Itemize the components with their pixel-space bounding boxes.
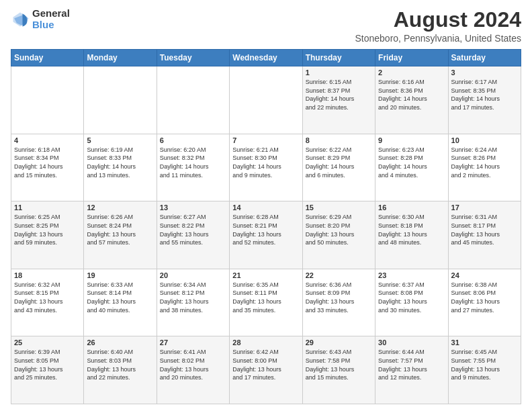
day-number: 8 [306, 136, 372, 144]
logo-text: General Blue [32, 8, 70, 30]
day-number: 13 [160, 203, 226, 212]
calendar-table: SundayMondayTuesdayWednesdayThursdayFrid… [11, 49, 521, 404]
day-info: Sunrise: 6:33 AMSunset: 8:14 PMDaylight:… [87, 281, 153, 314]
calendar-cell: 14Sunrise: 6:28 AMSunset: 8:21 PMDayligh… [230, 201, 302, 269]
calendar-cell: 17Sunrise: 6:31 AMSunset: 8:17 PMDayligh… [448, 201, 521, 269]
calendar-week-row: 11Sunrise: 6:25 AMSunset: 8:25 PMDayligh… [11, 201, 521, 269]
logo-icon [11, 10, 30, 29]
calendar-cell: 8Sunrise: 6:22 AMSunset: 8:29 PMDaylight… [302, 134, 375, 201]
day-number: 28 [232, 338, 299, 347]
day-info: Sunrise: 6:27 AMSunset: 8:22 PMDaylight:… [160, 213, 226, 246]
calendar-week-row: 4Sunrise: 6:18 AMSunset: 8:34 PMDaylight… [11, 134, 521, 201]
day-info: Sunrise: 6:29 AMSunset: 8:20 PMDaylight:… [306, 213, 372, 246]
day-info: Sunrise: 6:37 AMSunset: 8:08 PMDaylight:… [378, 281, 445, 314]
calendar-cell: 6Sunrise: 6:20 AMSunset: 8:32 PMDaylight… [157, 134, 229, 201]
main-title: August 2024 [355, 8, 522, 32]
logo: General Blue [11, 8, 70, 30]
calendar-week-row: 1Sunrise: 6:15 AMSunset: 8:37 PMDaylight… [11, 66, 521, 134]
day-info: Sunrise: 6:31 AMSunset: 8:17 PMDaylight:… [451, 213, 518, 246]
day-number: 25 [14, 338, 81, 347]
day-number: 15 [306, 203, 372, 212]
day-number: 23 [378, 271, 445, 279]
calendar-cell: 30Sunrise: 6:44 AMSunset: 7:57 PMDayligh… [375, 336, 448, 404]
day-info: Sunrise: 6:23 AMSunset: 8:28 PMDaylight:… [378, 146, 445, 179]
day-info: Sunrise: 6:15 AMSunset: 8:37 PMDaylight:… [306, 78, 372, 111]
day-info: Sunrise: 6:16 AMSunset: 8:36 PMDaylight:… [378, 78, 445, 111]
day-info: Sunrise: 6:45 AMSunset: 7:55 PMDaylight:… [451, 348, 518, 381]
day-info: Sunrise: 6:43 AMSunset: 7:58 PMDaylight:… [306, 348, 372, 381]
day-number: 6 [160, 136, 226, 144]
day-info: Sunrise: 6:28 AMSunset: 8:21 PMDaylight:… [232, 213, 299, 246]
calendar-cell: 12Sunrise: 6:26 AMSunset: 8:24 PMDayligh… [84, 201, 157, 269]
day-info: Sunrise: 6:26 AMSunset: 8:24 PMDaylight:… [87, 213, 153, 246]
day-number: 31 [451, 338, 518, 347]
day-info: Sunrise: 6:41 AMSunset: 8:02 PMDaylight:… [160, 348, 226, 381]
day-number: 3 [451, 68, 518, 77]
day-info: Sunrise: 6:40 AMSunset: 8:03 PMDaylight:… [87, 348, 153, 381]
day-info: Sunrise: 6:42 AMSunset: 8:00 PMDaylight:… [232, 348, 299, 381]
calendar-header-saturday: Saturday [448, 50, 521, 66]
day-number: 18 [14, 271, 81, 279]
calendar-cell: 16Sunrise: 6:30 AMSunset: 8:18 PMDayligh… [375, 201, 448, 269]
calendar-cell: 19Sunrise: 6:33 AMSunset: 8:14 PMDayligh… [84, 269, 157, 336]
calendar-header-tuesday: Tuesday [157, 50, 229, 66]
day-number: 2 [378, 68, 445, 77]
day-number: 10 [451, 136, 518, 144]
day-info: Sunrise: 6:18 AMSunset: 8:34 PMDaylight:… [14, 146, 81, 179]
calendar-week-row: 18Sunrise: 6:32 AMSunset: 8:15 PMDayligh… [11, 269, 521, 336]
calendar-cell: 20Sunrise: 6:34 AMSunset: 8:12 PMDayligh… [157, 269, 229, 336]
calendar-cell [157, 66, 229, 134]
header: General Blue August 2024 Stoneboro, Penn… [11, 8, 521, 44]
calendar-cell: 10Sunrise: 6:24 AMSunset: 8:26 PMDayligh… [448, 134, 521, 201]
calendar-cell: 3Sunrise: 6:17 AMSunset: 8:35 PMDaylight… [448, 66, 521, 134]
calendar-cell: 13Sunrise: 6:27 AMSunset: 8:22 PMDayligh… [157, 201, 229, 269]
calendar-header-wednesday: Wednesday [230, 50, 302, 66]
calendar-cell [230, 66, 302, 134]
day-number: 30 [378, 338, 445, 347]
day-info: Sunrise: 6:32 AMSunset: 8:15 PMDaylight:… [14, 281, 81, 314]
calendar-cell: 18Sunrise: 6:32 AMSunset: 8:15 PMDayligh… [11, 269, 84, 336]
calendar-cell: 26Sunrise: 6:40 AMSunset: 8:03 PMDayligh… [84, 336, 157, 404]
day-info: Sunrise: 6:25 AMSunset: 8:25 PMDaylight:… [14, 213, 81, 246]
calendar-header-sunday: Sunday [11, 50, 84, 66]
page: General Blue August 2024 Stoneboro, Penn… [0, 0, 532, 411]
calendar-cell: 2Sunrise: 6:16 AMSunset: 8:36 PMDaylight… [375, 66, 448, 134]
calendar-cell [84, 66, 157, 134]
calendar-cell: 5Sunrise: 6:19 AMSunset: 8:33 PMDaylight… [84, 134, 157, 201]
day-info: Sunrise: 6:30 AMSunset: 8:18 PMDaylight:… [378, 213, 445, 246]
day-number: 27 [160, 338, 226, 347]
calendar-header-thursday: Thursday [302, 50, 375, 66]
title-area: August 2024 Stoneboro, Pennsylvania, Uni… [355, 8, 522, 44]
day-number: 14 [232, 203, 299, 212]
day-info: Sunrise: 6:24 AMSunset: 8:26 PMDaylight:… [451, 146, 518, 179]
calendar-header-row: SundayMondayTuesdayWednesdayThursdayFrid… [11, 50, 521, 66]
calendar-cell: 4Sunrise: 6:18 AMSunset: 8:34 PMDaylight… [11, 134, 84, 201]
day-info: Sunrise: 6:19 AMSunset: 8:33 PMDaylight:… [87, 146, 153, 179]
day-number: 1 [306, 68, 372, 77]
day-number: 22 [306, 271, 372, 279]
calendar-cell: 9Sunrise: 6:23 AMSunset: 8:28 PMDaylight… [375, 134, 448, 201]
calendar-cell: 15Sunrise: 6:29 AMSunset: 8:20 PMDayligh… [302, 201, 375, 269]
calendar-cell: 7Sunrise: 6:21 AMSunset: 8:30 PMDaylight… [230, 134, 302, 201]
day-number: 24 [451, 271, 518, 279]
day-info: Sunrise: 6:21 AMSunset: 8:30 PMDaylight:… [232, 146, 299, 179]
day-number: 26 [87, 338, 153, 347]
calendar-cell: 25Sunrise: 6:39 AMSunset: 8:05 PMDayligh… [11, 336, 84, 404]
day-info: Sunrise: 6:44 AMSunset: 7:57 PMDaylight:… [378, 348, 445, 381]
day-number: 20 [160, 271, 226, 279]
calendar-cell: 24Sunrise: 6:38 AMSunset: 8:06 PMDayligh… [448, 269, 521, 336]
calendar-header-monday: Monday [84, 50, 157, 66]
day-info: Sunrise: 6:38 AMSunset: 8:06 PMDaylight:… [451, 281, 518, 314]
calendar-cell: 1Sunrise: 6:15 AMSunset: 8:37 PMDaylight… [302, 66, 375, 134]
day-number: 9 [378, 136, 445, 144]
subtitle: Stoneboro, Pennsylvania, United States [355, 33, 522, 44]
calendar-cell: 28Sunrise: 6:42 AMSunset: 8:00 PMDayligh… [230, 336, 302, 404]
calendar-cell: 31Sunrise: 6:45 AMSunset: 7:55 PMDayligh… [448, 336, 521, 404]
calendar-cell: 11Sunrise: 6:25 AMSunset: 8:25 PMDayligh… [11, 201, 84, 269]
calendar-cell: 23Sunrise: 6:37 AMSunset: 8:08 PMDayligh… [375, 269, 448, 336]
calendar-cell [11, 66, 84, 134]
calendar-cell: 21Sunrise: 6:35 AMSunset: 8:11 PMDayligh… [230, 269, 302, 336]
day-number: 11 [14, 203, 81, 212]
day-info: Sunrise: 6:34 AMSunset: 8:12 PMDaylight:… [160, 281, 226, 314]
day-info: Sunrise: 6:39 AMSunset: 8:05 PMDaylight:… [14, 348, 81, 381]
